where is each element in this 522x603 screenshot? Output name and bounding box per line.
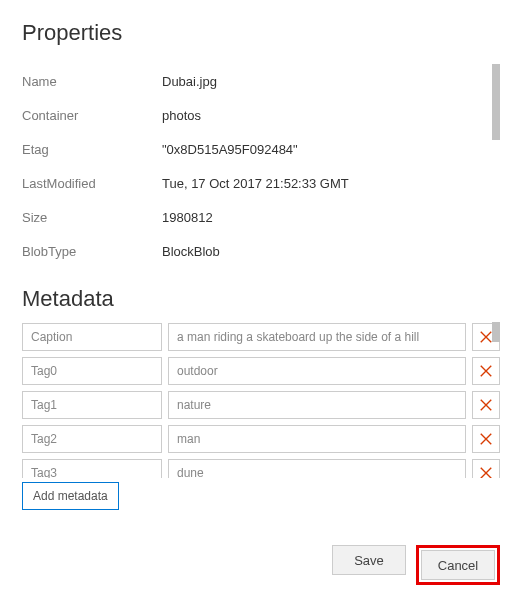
metadata-key-input[interactable] — [22, 459, 162, 478]
metadata-value-input[interactable] — [168, 323, 466, 351]
metadata-row — [22, 390, 500, 420]
add-metadata-button[interactable]: Add metadata — [22, 482, 119, 510]
metadata-heading: Metadata — [22, 286, 500, 312]
property-value-lastmodified: Tue, 17 Oct 2017 21:52:33 GMT — [162, 176, 500, 191]
properties-heading: Properties — [22, 20, 500, 46]
property-row: Container photos — [22, 98, 500, 132]
save-button[interactable]: Save — [332, 545, 406, 575]
cancel-button[interactable]: Cancel — [421, 550, 495, 580]
metadata-value-input[interactable] — [168, 391, 466, 419]
property-value-size: 1980812 — [162, 210, 500, 225]
property-label-name: Name — [22, 74, 162, 89]
close-icon — [479, 330, 493, 344]
metadata-value-input[interactable] — [168, 357, 466, 385]
property-row: LastModified Tue, 17 Oct 2017 21:52:33 G… — [22, 166, 500, 200]
property-value-blobtype: BlockBlob — [162, 244, 500, 259]
scrollbar-thumb[interactable] — [492, 64, 500, 140]
metadata-panel — [22, 322, 500, 478]
metadata-scrollbar[interactable] — [492, 322, 500, 478]
property-value-etag: "0x8D515A95F092484" — [162, 142, 500, 157]
metadata-key-input[interactable] — [22, 357, 162, 385]
property-row: LeaseState available — [22, 268, 500, 280]
property-label-etag: Etag — [22, 142, 162, 157]
close-icon — [479, 432, 493, 446]
property-value-leasestate: available — [162, 278, 500, 281]
scrollbar-thumb[interactable] — [492, 322, 500, 342]
property-label-lastmodified: LastModified — [22, 176, 162, 191]
metadata-key-input[interactable] — [22, 323, 162, 351]
property-row: BlobType BlockBlob — [22, 234, 500, 268]
property-label-leasestate: LeaseState — [22, 278, 162, 281]
properties-panel: Name Dubai.jpg Container photos Etag "0x… — [22, 64, 500, 280]
close-icon — [479, 466, 493, 478]
property-label-container: Container — [22, 108, 162, 123]
metadata-row — [22, 356, 500, 386]
cancel-highlight: Cancel — [416, 545, 500, 585]
dialog-footer: Save Cancel — [332, 545, 500, 585]
property-row: Name Dubai.jpg — [22, 64, 500, 98]
metadata-key-input[interactable] — [22, 391, 162, 419]
metadata-value-input[interactable] — [168, 425, 466, 453]
metadata-row — [22, 458, 500, 478]
properties-scrollbar[interactable] — [492, 64, 500, 280]
metadata-row — [22, 424, 500, 454]
metadata-key-input[interactable] — [22, 425, 162, 453]
property-label-size: Size — [22, 210, 162, 225]
property-row: Size 1980812 — [22, 200, 500, 234]
property-value-name: Dubai.jpg — [162, 74, 500, 89]
metadata-value-input[interactable] — [168, 459, 466, 478]
close-icon — [479, 364, 493, 378]
property-label-blobtype: BlobType — [22, 244, 162, 259]
property-row: Etag "0x8D515A95F092484" — [22, 132, 500, 166]
metadata-row — [22, 322, 500, 352]
property-value-container: photos — [162, 108, 500, 123]
close-icon — [479, 398, 493, 412]
